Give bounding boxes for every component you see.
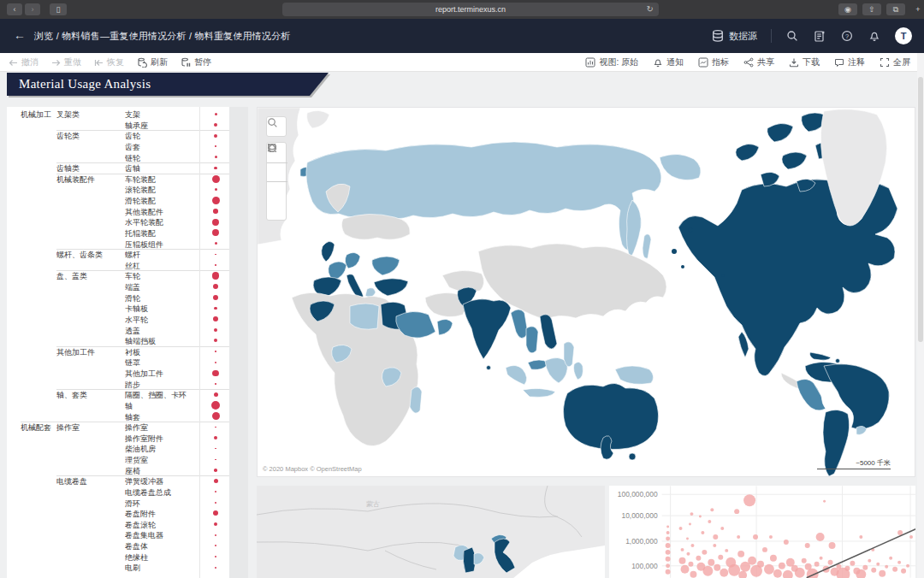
material-row[interactable]: 滑轮装配 <box>7 195 229 206</box>
usage-dot-cell[interactable] <box>200 206 229 217</box>
scatter-bubble[interactable] <box>844 566 850 571</box>
map-region-uruguay[interactable] <box>856 426 867 434</box>
scatter-bubble[interactable] <box>769 535 773 539</box>
scatter-bubble[interactable] <box>690 544 694 547</box>
usage-dot[interactable] <box>212 229 219 236</box>
map-bubble-mark[interactable] <box>689 228 693 233</box>
scatter-bubble[interactable] <box>764 564 774 575</box>
usage-dot-cell[interactable] <box>200 120 229 131</box>
usage-dot-cell[interactable] <box>200 508 229 519</box>
scatter-bubble[interactable] <box>889 557 892 560</box>
scatter-bubble[interactable] <box>802 558 807 563</box>
scatter-bubble[interactable] <box>710 508 714 511</box>
breadcrumb[interactable]: 浏览 / 物料销售—重复使用情况分析 / 物料重复使用情况分析 <box>34 30 291 43</box>
usage-dot[interactable] <box>214 339 217 342</box>
scatter-bubble[interactable] <box>871 568 876 573</box>
scatter-bubble[interactable] <box>897 530 903 535</box>
scatter-bubble[interactable] <box>906 564 909 568</box>
scatter-bubble[interactable] <box>666 550 671 555</box>
usage-dot[interactable] <box>214 436 217 439</box>
usage-dot-cell[interactable] <box>200 141 229 152</box>
scatter-bubble[interactable] <box>713 534 718 540</box>
material-row[interactable]: 机械配套操作室操作室 <box>7 422 229 433</box>
usage-dot[interactable] <box>215 351 216 352</box>
usage-dot[interactable] <box>215 556 216 557</box>
scatter-bubble[interactable] <box>679 557 686 564</box>
browser-forward-button[interactable]: › <box>25 3 40 15</box>
usage-dot-cell[interactable] <box>200 152 229 163</box>
map-region-arctic-left[interactable] <box>307 110 329 128</box>
material-row[interactable]: 螺杆、齿条类螺杆 <box>7 249 229 260</box>
usage-dot-cell[interactable] <box>200 422 229 433</box>
page-scrollbar-thumb[interactable] <box>918 77 923 342</box>
usage-dot[interactable] <box>215 156 217 158</box>
material-row[interactable]: 齿轮类齿轮 <box>7 130 229 141</box>
material-row[interactable]: 轴承座 <box>7 120 229 131</box>
notify-button[interactable]: 通知 <box>653 56 684 68</box>
scatter-bubble[interactable] <box>816 533 825 541</box>
usage-dot[interactable] <box>213 295 218 300</box>
share-page-icon[interactable]: ⇧ <box>862 3 881 15</box>
scatter-bubble[interactable] <box>690 512 693 516</box>
map-region-greece[interactable] <box>365 288 376 298</box>
usage-dot-cell[interactable] <box>200 174 229 185</box>
scatter-bubble[interactable] <box>708 520 711 523</box>
china-mini-map-panel[interactable]: 蒙古 <box>257 486 605 578</box>
usage-dot[interactable] <box>215 459 216 461</box>
usage-dot[interactable] <box>214 307 217 310</box>
usage-dot[interactable] <box>215 113 217 115</box>
scatter-bubble[interactable] <box>805 543 810 548</box>
usage-dot[interactable] <box>215 254 216 256</box>
map-region-germany[interactable] <box>345 252 360 268</box>
usage-dot-cell[interactable] <box>200 379 229 390</box>
material-row[interactable]: 齿套 <box>7 141 229 152</box>
usage-dot[interactable] <box>214 134 217 138</box>
scatter-bubble[interactable] <box>879 570 886 577</box>
scatter-bubble[interactable] <box>718 555 723 560</box>
scatter-panel[interactable]: 100,000,00010,000,0001,000,000100,000 <box>609 486 915 578</box>
map-region-uk[interactable] <box>322 241 335 262</box>
material-row[interactable]: 压辊板组件 <box>7 239 229 250</box>
map-region-new-guinea[interactable] <box>615 366 654 384</box>
material-row[interactable]: 柴油机房 <box>7 443 229 454</box>
scatter-bubble[interactable] <box>714 564 720 571</box>
material-row[interactable]: 链轮 <box>7 152 229 163</box>
scatter-bubble[interactable] <box>720 527 724 530</box>
usage-dot[interactable] <box>213 209 218 214</box>
map-region-arctic-islands[interactable] <box>736 144 759 161</box>
material-row[interactable]: 卷盘体 <box>7 540 229 551</box>
usage-dot[interactable] <box>215 362 216 363</box>
material-row[interactable]: 丝杠 <box>7 260 229 271</box>
usage-scatter-chart[interactable]: 100,000,00010,000,0001,000,000100,000 <box>609 486 915 578</box>
scatter-bubble[interactable] <box>688 562 693 567</box>
scatter-bubble[interactable] <box>901 569 906 574</box>
scatter-bubble[interactable] <box>708 559 714 566</box>
comment-button[interactable]: 注释 <box>834 56 865 68</box>
revert-button[interactable]: 恢复 <box>94 56 124 68</box>
usage-dot[interactable] <box>214 522 217 526</box>
usage-dot[interactable] <box>215 188 217 191</box>
usage-dot-cell[interactable] <box>200 433 229 444</box>
map-bubble-mark[interactable] <box>721 274 725 277</box>
usage-dot-cell[interactable] <box>200 519 229 530</box>
map-region-philippines[interactable] <box>564 342 574 367</box>
usage-dot[interactable] <box>212 175 220 183</box>
usage-dot-cell[interactable] <box>200 303 229 314</box>
scatter-bubble[interactable] <box>820 557 823 560</box>
scatter-bubble[interactable] <box>897 561 901 564</box>
usage-dot-cell[interactable] <box>200 454 229 465</box>
refresh-button[interactable]: 刷新 <box>137 56 168 68</box>
map-region-turkey[interactable] <box>374 279 408 296</box>
scatter-bubble[interactable] <box>868 559 871 563</box>
material-row[interactable]: 其他装配件 <box>7 206 229 217</box>
map-region-kamchatka[interactable] <box>627 200 642 258</box>
scatter-bubble[interactable] <box>690 571 696 578</box>
scatter-bubble[interactable] <box>753 534 758 540</box>
usage-dot[interactable] <box>212 197 220 204</box>
material-row[interactable]: 水平轮装配 <box>7 216 229 227</box>
usage-dot[interactable] <box>215 534 216 536</box>
usage-dot[interactable] <box>215 491 216 492</box>
pause-button[interactable]: 暂停 <box>181 56 211 68</box>
usage-dot-cell[interactable] <box>200 487 229 498</box>
map-circle-select-icon[interactable] <box>267 182 287 202</box>
